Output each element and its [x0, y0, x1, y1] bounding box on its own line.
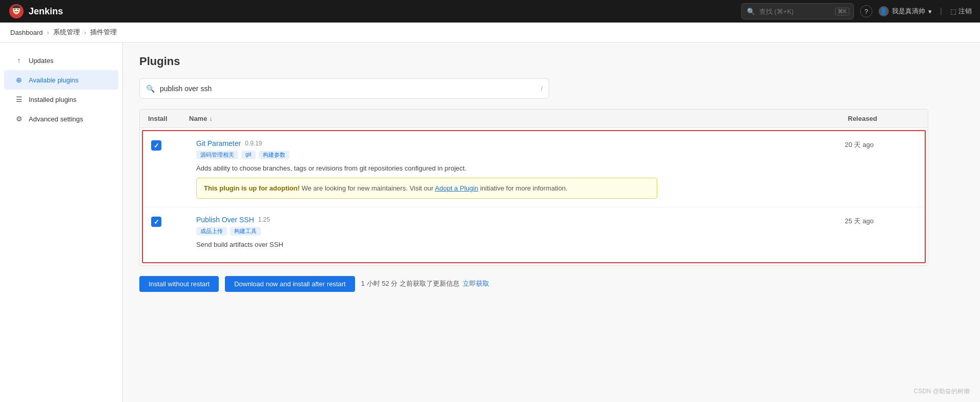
- navbar-logo-text: Jenkins: [29, 6, 63, 17]
- navbar-help-button[interactable]: ?: [860, 5, 872, 17]
- plugin-checkbox-publish-over-ssh[interactable]: ✓: [151, 216, 192, 227]
- adoption-notice-text-after: initiative for more information.: [480, 184, 568, 192]
- plugin-checkbox-git-parameter[interactable]: ✓: [151, 139, 192, 151]
- breadcrumb: Dashboard › 系统管理 › 插件管理: [0, 23, 980, 43]
- navbar-logout-button[interactable]: ⬚ 注销: [950, 7, 972, 16]
- col-header-name: Name ↓: [189, 115, 848, 122]
- navbar-separator: |: [940, 7, 942, 16]
- sidebar-item-updates-label: Updates: [29, 57, 53, 65]
- sidebar: ↑ Updates ⊕ Available plugins ☰ Installe…: [0, 43, 123, 402]
- navbar-user-chevron-icon: ▾: [928, 8, 932, 15]
- table-row: ✓ Git Parameter 0.9.19 源码管理相关 git 构建参数: [143, 131, 925, 207]
- navbar-search-shortcut: ⌘K: [835, 8, 849, 15]
- checkbox-git-parameter[interactable]: ✓: [151, 140, 161, 151]
- sidebar-item-available-plugins-label: Available plugins: [29, 76, 78, 84]
- adoption-notice-text: We are looking for new maintainers. Visi…: [302, 184, 435, 192]
- watermark-text: CSDN @勤奋的树懒: [913, 388, 970, 395]
- breadcrumb-sep-1: ›: [47, 29, 49, 36]
- sidebar-item-available-plugins[interactable]: ⊕ Available plugins: [4, 70, 118, 90]
- plugin-search-input[interactable]: [160, 84, 536, 93]
- plugin-tag-build-tools[interactable]: 构建工具: [230, 227, 261, 236]
- adoption-notice-bold: This plugin is up for adoption!: [204, 184, 300, 192]
- available-plugins-icon: ⊕: [14, 75, 24, 84]
- search-icon: 🔍: [146, 84, 155, 93]
- watermark: CSDN @勤奋的树懒: [913, 387, 970, 396]
- plugin-name-row: Git Parameter 0.9.19: [196, 139, 841, 147]
- adoption-notice-git-parameter: This plugin is up for adoption! We are l…: [196, 178, 657, 199]
- breadcrumb-system-management[interactable]: 系统管理: [53, 28, 80, 37]
- plugin-info-publish-over-ssh: Publish Over SSH 1.25 成品上传 构建工具 Send bui…: [192, 216, 845, 254]
- checkbox-publish-over-ssh[interactable]: ✓: [151, 217, 161, 227]
- col-header-released: Released: [848, 115, 920, 122]
- plugin-desc-publish-over-ssh: Send build artifacts over SSH: [196, 240, 841, 250]
- plugin-rows-highlighted: ✓ Git Parameter 0.9.19 源码管理相关 git 构建参数: [142, 130, 926, 263]
- layout: ↑ Updates ⊕ Available plugins ☰ Installe…: [0, 43, 980, 402]
- search-shortcut: /: [541, 85, 543, 92]
- updates-icon: ↑: [14, 56, 24, 65]
- plugin-tag-scm[interactable]: 源码管理相关: [196, 151, 238, 159]
- adopt-plugin-link[interactable]: Adopt a Plugin: [435, 184, 478, 192]
- plugin-info-git-parameter: Git Parameter 0.9.19 源码管理相关 git 构建参数 Add…: [192, 139, 845, 199]
- plugin-tag-params[interactable]: 构建参数: [259, 151, 289, 159]
- svg-point-4: [17, 9, 18, 10]
- navbar-logout-label: 注销: [958, 7, 972, 16]
- plugin-released-git-parameter: 20 天 ago: [845, 139, 916, 150]
- plugin-version-git-parameter: 0.9.19: [245, 140, 262, 147]
- plugin-table: Install Name ↓ Released ✓: [139, 109, 928, 266]
- plugin-tags-publish-over-ssh: 成品上传 构建工具: [196, 227, 841, 236]
- breadcrumb-dashboard[interactable]: Dashboard: [10, 29, 43, 36]
- plugin-search-bar[interactable]: 🔍 /: [139, 78, 549, 99]
- navbar-user-menu[interactable]: 👤 我是真滴帅 ▾: [879, 6, 932, 16]
- plugin-released-publish-over-ssh: 25 天 ago: [845, 216, 916, 226]
- action-bar: Install without restart Download now and…: [139, 276, 964, 292]
- install-without-restart-button[interactable]: Install without restart: [139, 276, 219, 292]
- breadcrumb-current: 插件管理: [90, 28, 117, 37]
- navbar-user-label: 我是真滴帅: [892, 7, 925, 16]
- page-title: Plugins: [139, 55, 964, 68]
- plugin-name-row: Publish Over SSH 1.25: [196, 216, 841, 224]
- plugin-tags-git-parameter: 源码管理相关 git 构建参数: [196, 151, 841, 159]
- navbar-search-box[interactable]: 🔍 ⌘K: [741, 3, 854, 19]
- checkbox-check-icon: ✓: [154, 218, 159, 226]
- update-info: 1 小时 52 分 之前获取了更新信息 立即获取: [361, 279, 489, 288]
- plugin-tag-artifacts[interactable]: 成品上传: [196, 227, 227, 236]
- refresh-link[interactable]: 立即获取: [463, 279, 489, 288]
- checkbox-check-icon: ✓: [154, 142, 159, 150]
- jenkins-logo-icon: [8, 3, 25, 19]
- sidebar-item-installed-plugins[interactable]: ☰ Installed plugins: [4, 90, 118, 109]
- navbar-logo[interactable]: Jenkins: [8, 3, 63, 19]
- plugin-version-publish-over-ssh: 1.25: [258, 216, 270, 223]
- plugin-desc-git-parameter: Adds ability to choose branches, tags or…: [196, 163, 841, 174]
- sort-arrow-icon: ↓: [209, 115, 212, 122]
- advanced-settings-icon: ⚙: [14, 114, 24, 123]
- main-content: Plugins 🔍 / Install Name ↓ Released: [123, 43, 980, 402]
- sidebar-item-advanced-settings-label: Advanced settings: [29, 115, 83, 123]
- sidebar-item-installed-plugins-label: Installed plugins: [29, 96, 76, 103]
- col-header-install: Install: [148, 115, 189, 122]
- navbar-search-icon: 🔍: [747, 8, 755, 15]
- installed-plugins-icon: ☰: [14, 95, 24, 104]
- svg-point-3: [14, 9, 15, 10]
- navbar-user-icon: 👤: [879, 6, 889, 16]
- table-row: ✓ Publish Over SSH 1.25 成品上传 构建工具 Send b…: [143, 207, 925, 262]
- update-info-text: 1 小时 52 分 之前获取了更新信息: [361, 279, 460, 288]
- plugin-name-link-git-parameter[interactable]: Git Parameter: [196, 139, 241, 147]
- plugin-tag-git[interactable]: git: [241, 151, 256, 159]
- plugin-name-link-publish-over-ssh[interactable]: Publish Over SSH: [196, 216, 254, 224]
- navbar: Jenkins 🔍 ⌘K ? 👤 我是真滴帅 ▾ | ⬚ 注销: [0, 0, 980, 23]
- navbar-logout-icon: ⬚: [950, 8, 956, 15]
- plugin-table-header: Install Name ↓ Released: [140, 110, 928, 128]
- navbar-search-input[interactable]: [759, 8, 831, 15]
- sidebar-item-updates[interactable]: ↑ Updates: [4, 51, 118, 70]
- breadcrumb-sep-2: ›: [84, 29, 86, 36]
- sidebar-item-advanced-settings[interactable]: ⚙ Advanced settings: [4, 109, 118, 129]
- download-and-install-button[interactable]: Download now and install after restart: [225, 276, 355, 292]
